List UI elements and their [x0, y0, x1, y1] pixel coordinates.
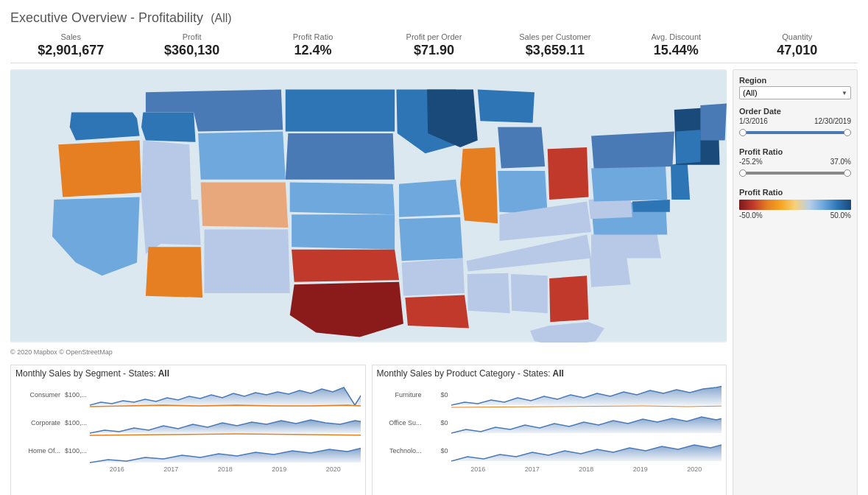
state-ks[interactable] [292, 214, 395, 249]
state-ok[interactable] [292, 250, 399, 282]
legend-min: -50.0% [739, 211, 763, 220]
profit-ratio-min: -25.2% [739, 158, 763, 166]
state-la[interactable] [405, 295, 469, 328]
color-legend: Profit Ratio -50.0% 50.0% [739, 188, 851, 220]
kpi-item-profit-ratio: Profit Ratio 12.4% [253, 32, 373, 58]
sparkline-officesupplies [451, 410, 722, 436]
profit-ratio-filter: Profit Ratio -25.2% 37.0% [739, 147, 851, 180]
state-nc[interactable] [591, 232, 661, 259]
state-sd[interactable] [286, 133, 395, 180]
date-slider-right[interactable] [844, 129, 851, 136]
date-start: 1/3/2016 [739, 117, 768, 125]
profit-ratio-label: Profit Ratio [739, 147, 851, 156]
order-date-filter: Order Date 1/3/2016 12/30/2019 [739, 107, 851, 140]
state-vt-nh[interactable] [676, 130, 700, 164]
sparkline-homeoffice [90, 438, 361, 464]
date-slider[interactable] [739, 127, 851, 138]
kpi-item-avg.-discount: Avg. Discount 15.44% [615, 32, 736, 58]
state-mo[interactable] [399, 217, 463, 261]
chart-row-corporate: Corporate $100,... [15, 410, 361, 436]
state-id[interactable] [141, 112, 196, 141]
state-ga[interactable] [549, 275, 588, 322]
profit-ratio-max: 37.0% [830, 158, 851, 166]
chart-row-homeoffice: Home Of... $100,... [15, 438, 361, 464]
state-ny[interactable] [591, 132, 674, 169]
state-nj[interactable] [671, 162, 690, 200]
state-pa[interactable] [591, 165, 667, 202]
state-in[interactable] [498, 171, 548, 214]
profit-ratio-slider[interactable] [739, 167, 851, 179]
date-range-display: 1/3/2016 12/30/2019 [739, 117, 851, 125]
state-mi-upper[interactable] [478, 90, 534, 123]
state-ia[interactable] [399, 180, 460, 217]
kpi-row: Sales $2,901,677 Profit $360,130 Profit … [10, 32, 858, 63]
us-map [10, 69, 727, 343]
state-md[interactable] [632, 200, 670, 212]
profit-ratio-slider-left[interactable] [739, 169, 747, 177]
profit-ratio-range: -25.2% 37.0% [739, 158, 851, 166]
color-legend-label: Profit Ratio [739, 188, 851, 197]
left-chart-rows: Consumer $100,... [15, 382, 361, 464]
sparkline-corporate [90, 410, 361, 436]
profit-ratio-slider-right[interactable] [844, 169, 851, 177]
map-container[interactable] [10, 69, 727, 343]
state-il[interactable] [460, 147, 498, 223]
chart-row-officesupplies: Office Su... $0 [377, 410, 722, 436]
state-wa[interactable] [70, 112, 140, 140]
color-bar [739, 200, 851, 210]
region-label: Region [739, 76, 851, 85]
state-ne[interactable] [290, 182, 395, 214]
dashboard: Executive Overview - Profitability (All)… [0, 0, 868, 495]
state-ms[interactable] [467, 273, 510, 314]
right-chart-rows: Furniture $0 [377, 382, 722, 464]
state-nd[interactable] [286, 90, 395, 132]
date-end: 12/30/2019 [814, 117, 851, 125]
kpi-item-sales: Sales $2,901,677 [10, 32, 131, 58]
left-x-axis: 2016 2017 2018 2019 2020 [90, 464, 361, 473]
color-bar-labels: -50.0% 50.0% [739, 211, 851, 220]
state-wy[interactable] [198, 132, 286, 180]
left-chart: Monthly Sales by Segment - States: All C… [10, 365, 366, 495]
sidebar: Region (All) Order Date 1/3/2016 12/30/2… [733, 69, 858, 495]
region-select[interactable]: (All) [739, 86, 851, 99]
chart-row-furniture: Furniture $0 [377, 382, 722, 408]
state-or[interactable] [58, 140, 141, 197]
map-credit: © 2020 Mapbox © OpenStreetMap [10, 348, 727, 356]
state-ar[interactable] [402, 259, 465, 296]
main-content: © 2020 Mapbox © OpenStreetMap Monthly Sa… [10, 69, 858, 495]
state-nm[interactable] [204, 229, 289, 293]
legend-max: 50.0% [830, 211, 851, 220]
sparkline-technology [451, 438, 722, 464]
kpi-item-quantity: Quantity 47,010 [737, 32, 858, 58]
right-chart: Monthly Sales by Product Category - Stat… [372, 365, 727, 495]
left-chart-title: Monthly Sales by Segment - States: All [15, 368, 361, 379]
page-title: Executive Overview - Profitability (All) [10, 7, 858, 27]
sparkline-consumer [90, 382, 361, 408]
bottom-charts: Monthly Sales by Segment - States: All C… [10, 365, 727, 495]
state-sc[interactable] [590, 254, 631, 287]
kpi-item-profit: Profit $360,130 [131, 32, 252, 58]
state-az[interactable] [146, 247, 202, 298]
title-subtitle: (All) [211, 12, 231, 24]
state-al[interactable] [511, 274, 548, 313]
right-x-axis: 2016 2017 2018 2019 2020 [451, 464, 722, 473]
region-filter: Region (All) [739, 76, 851, 99]
title-main: Executive Overview - Profitability [10, 10, 203, 25]
sparkline-furniture [451, 382, 722, 408]
right-chart-title: Monthly Sales by Product Category - Stat… [377, 368, 722, 379]
order-date-label: Order Date [739, 107, 851, 116]
state-me[interactable] [700, 104, 727, 141]
state-co[interactable] [201, 182, 289, 228]
kpi-item-profit-per-order: Profit per Order $71.90 [373, 32, 494, 58]
state-mi[interactable] [498, 127, 545, 169]
chart-row-consumer: Consumer $100,... [15, 382, 361, 408]
region-select-wrapper[interactable]: (All) [739, 86, 851, 99]
state-oh[interactable] [548, 147, 589, 200]
chart-row-technology: Technolo... $0 [377, 438, 722, 464]
kpi-item-sales-per-customer: Sales per Customer $3,659.11 [495, 32, 615, 58]
state-ut[interactable] [146, 200, 201, 245]
date-slider-left[interactable] [739, 129, 747, 136]
